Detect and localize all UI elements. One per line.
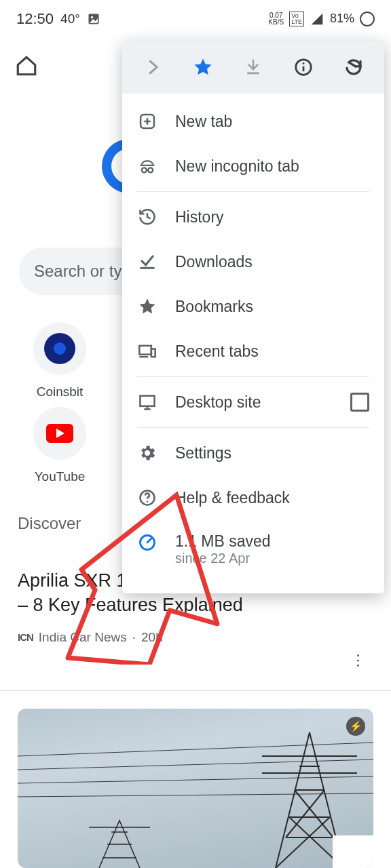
devices-icon — [137, 341, 157, 361]
gear-icon — [137, 443, 157, 463]
bookmark-star-icon[interactable] — [193, 57, 213, 77]
menu-incognito[interactable]: New incognito tab — [122, 144, 384, 189]
menu-recent-tabs[interactable]: Recent tabs — [122, 329, 384, 374]
svg-rect-20 — [151, 349, 155, 357]
menu-separator — [137, 191, 369, 192]
amp-bolt-icon: ⚡ — [346, 717, 365, 736]
clock: 12:50 — [16, 10, 54, 28]
svg-point-9 — [303, 62, 305, 64]
data-rate: 0.07 KB/S — [268, 12, 284, 26]
status-bar: 12:50 40° 0.07 KB/S VoLTE 81% — [0, 0, 391, 37]
menu-downloads[interactable]: Downloads — [122, 239, 384, 284]
coinsbit-icon — [44, 333, 75, 364]
check-underline-icon — [137, 252, 157, 272]
menu-bookmarks[interactable]: Bookmarks — [122, 284, 384, 329]
help-icon — [137, 488, 157, 508]
menu-desktop-site[interactable]: Desktop site — [122, 380, 384, 425]
svg-rect-21 — [141, 396, 155, 406]
svg-rect-6 — [247, 73, 259, 75]
battery-ring-icon — [360, 12, 375, 26]
tile-youtube[interactable]: YouTube — [19, 407, 100, 484]
discover-heading: Discover — [18, 514, 81, 533]
menu-settings[interactable]: Settings — [122, 431, 384, 475]
svg-rect-18 — [139, 346, 151, 355]
overflow-menu: New tab New incognito tab History Downlo… — [122, 41, 384, 593]
history-icon — [137, 207, 157, 227]
home-icon[interactable] — [15, 54, 38, 77]
svg-point-1 — [91, 16, 93, 18]
article-more-icon[interactable]: ⋯ — [350, 653, 367, 669]
monitor-icon — [137, 392, 157, 412]
white-patch — [333, 835, 373, 868]
svg-line-4 — [18, 776, 373, 783]
refresh-icon[interactable] — [343, 57, 364, 77]
desktop-site-checkbox[interactable] — [350, 393, 369, 412]
battery-percent: 81% — [330, 12, 354, 26]
divider — [0, 690, 391, 691]
plus-square-icon — [137, 111, 157, 132]
image-icon — [87, 12, 100, 26]
menu-separator — [137, 376, 369, 377]
forward-icon[interactable] — [143, 57, 163, 77]
svg-line-2 — [18, 743, 373, 756]
menu-history[interactable]: History — [122, 195, 384, 239]
article-image-card[interactable]: ⚡ — [18, 709, 373, 868]
signal-icon — [310, 12, 324, 26]
shortcut-tiles: Coinsbit YouTube — [19, 322, 100, 484]
download-icon[interactable] — [243, 57, 263, 77]
svg-line-3 — [18, 760, 373, 770]
info-icon[interactable] — [293, 57, 314, 77]
source-icon: ICN — [18, 631, 33, 643]
svg-point-15 — [148, 167, 153, 172]
incognito-icon — [137, 156, 157, 176]
menu-toolbar — [122, 41, 384, 94]
svg-point-14 — [142, 167, 147, 172]
menu-data-saved[interactable]: 1.1 MB saved since 22 Apr — [122, 520, 384, 578]
menu-help[interactable]: Help & feedback — [122, 475, 384, 520]
speedometer-icon — [137, 532, 157, 553]
article-meta: ICN India Car News · 20h — [18, 630, 371, 645]
pylon-image — [18, 709, 373, 868]
menu-separator — [137, 427, 369, 428]
temperature: 40° — [60, 12, 80, 26]
youtube-icon — [46, 424, 73, 443]
menu-new-tab[interactable]: New tab — [122, 99, 384, 144]
star-icon — [137, 296, 157, 317]
volte-badge: VoLTE — [289, 12, 304, 26]
svg-point-25 — [147, 501, 149, 503]
